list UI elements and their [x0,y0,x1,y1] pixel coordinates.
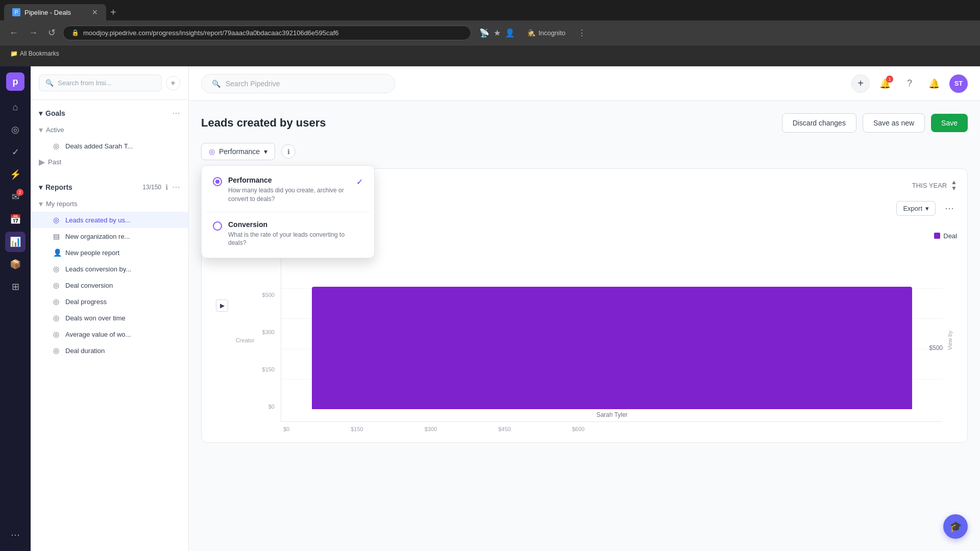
chart-bars: $500 [281,259,943,409]
active-header[interactable]: ▾ Active [31,122,188,138]
dropdown-divider [206,212,370,212]
goals-title: ▾ Goals [39,109,65,117]
performance-dropdown-button[interactable]: ◎ Performance ▾ [201,143,275,160]
performance-check-icon: ✓ [356,177,363,187]
cast-icon[interactable]: 📡 [479,28,489,38]
more-options-button[interactable]: ⋯ [942,199,957,217]
time-down-button[interactable]: ▼ [951,185,957,191]
report-header-actions: Discard changes Save as new Save [782,113,968,133]
bookmark-icon[interactable]: ★ [494,28,501,38]
report-area: Leads created by users Discard changes S… [189,101,980,551]
new-tab-button[interactable]: + [106,5,120,20]
sidebar-item-deal-progress[interactable]: ◎ Deal progress [31,293,188,310]
chart-toolbar: ◎ Performance ▾ ℹ Performance How many l… [201,143,968,160]
tab-close-button[interactable]: ✕ [92,8,98,16]
view-by-label[interactable]: View by [947,331,953,350]
chevron-down-icon: ▾ [39,109,42,117]
sidebar-item-deals-added[interactable]: ◎ Deals added Sarah T... [31,138,188,154]
sidebar-item-leads-created[interactable]: ◎ Leads created by us... [31,212,188,228]
profile-icon[interactable]: 👤 [505,28,515,38]
x-labels: Sarah Tyler [281,409,943,418]
sidebar-header: 🔍 Search from Insi... + [31,66,188,100]
y-label-300: $300 [253,329,275,335]
add-icon-button[interactable]: + [851,74,870,93]
sidebar-item-new-people[interactable]: 👤 My reports New people report [31,244,188,261]
sidebar-item-avg-value[interactable]: ◎ Average value of wo... [31,326,188,342]
sidebar-item-deal-conversion[interactable]: ◎ Deal conversion [31,277,188,293]
nav-icon-insights[interactable]: 📊 [5,232,26,252]
x-axis-values: $0 $150 $300 $450 $600 [212,422,957,432]
nav-icon-analytics[interactable]: ⊞ [5,277,26,297]
help-button[interactable]: ? [900,74,919,93]
menu-icon[interactable]: ⋮ [578,28,586,38]
save-button[interactable]: Save [931,114,968,132]
time-selector: THIS YEAR ▲ ▼ [912,179,957,191]
notifications-button[interactable]: 🔔 1 [876,74,894,93]
nav-icon-calendar[interactable]: 📅 [5,209,26,230]
sidebar-item-new-org[interactable]: ▤ New organization re... [31,228,188,244]
dropdown-item-performance[interactable]: Performance How many leads did you creat… [206,170,370,210]
dropdown-item-conversion[interactable]: Conversion What is the rate of your lead… [206,214,370,254]
nav-icon-mail[interactable]: ✉ 2 [5,187,26,207]
avatar[interactable]: ST [949,74,968,93]
reports-section-header[interactable]: ▾ Reports 13/150 ℹ ⋯ [31,178,188,196]
top-bar-actions: + 🔔 1 ? 🔔 ST [851,74,968,93]
help-fab-button[interactable]: 🎓 [943,514,968,539]
reports-title: ▾ Reports [39,183,72,191]
my-reports-chevron-icon: ▾ [39,199,43,209]
sidebar-item-leads-conversion[interactable]: ◎ Leads conversion by... [31,261,188,277]
axis-toggle-button[interactable]: ▶ [216,299,228,312]
nav-icon-more[interactable]: ⋯ [5,524,26,545]
x-axis-label: Creator [236,337,255,343]
nav-icon-leads[interactable]: ⚡ [5,164,26,185]
y-label-0b: $0 [253,404,275,410]
new-org-icon: ▤ [53,232,61,240]
sidebar-item-deals-won[interactable]: ◎ Deals won over time [31,310,188,326]
chart-area: $500 $300 $150 $0 [253,259,943,422]
performance-radio [213,177,222,186]
nav-icon-activities[interactable]: ✓ [5,142,26,162]
deal-duration-icon: ◎ [53,346,61,355]
discard-changes-button[interactable]: Discard changes [782,113,856,133]
sidebar-search[interactable]: 🔍 Search from Insi... [39,74,162,91]
url-text: moodjoy.pipedrive.com/progress/insights/… [83,29,339,37]
reports-actions: 13/150 ℹ ⋯ [142,182,180,192]
chart-info-button[interactable]: ℹ [281,144,296,159]
nav-icon-home[interactable]: ⌂ [5,97,26,117]
bell-button[interactable]: 🔔 [925,74,943,93]
sidebar-content: ▾ Goals ⋯ ▾ Active ◎ Deals added Sarah T… [31,100,188,551]
reload-button[interactable]: ↺ [45,25,59,40]
conversion-desc: What is the rate of your leads convertin… [228,231,363,248]
nav-icon-deals[interactable]: ◎ [5,119,26,140]
save-as-new-button[interactable]: Save as new [863,113,925,133]
chart-bar-sarah[interactable]: $500 [312,287,912,409]
nav-icon-products[interactable]: 📦 [5,254,26,274]
forward-button[interactable]: → [26,26,41,40]
new-people-icon: 👤 [53,248,61,257]
sidebar-add-button[interactable]: + [166,76,180,90]
reports-more-button[interactable]: ⋯ [172,182,180,192]
goals-section-header[interactable]: ▾ Goals ⋯ [31,104,188,122]
view-by-container: View by [943,259,957,422]
bookmarks-item[interactable]: 📁 All Bookmarks [6,49,63,58]
past-header[interactable]: ▶ Past [31,154,188,170]
deals-icon: ◎ [53,142,61,150]
tab-favicon: P [12,8,20,16]
export-button[interactable]: Export ▾ [896,201,936,216]
sidebar-item-deal-duration[interactable]: ◎ Deal duration [31,342,188,359]
my-reports-header[interactable]: ▾ My reports [31,196,188,212]
notification-badge: 1 [886,76,893,83]
goals-more-button[interactable]: ⋯ [172,108,180,118]
browser-tab[interactable]: P Pipeline - Deals ✕ [4,4,106,20]
address-bar[interactable]: 🔒 moodjoy.pipedrive.com/progress/insight… [63,26,471,40]
performance-dropdown-menu: Performance How many leads did you creat… [201,165,375,258]
leads-conversion-icon: ◎ [53,265,61,273]
legend-dot [934,233,940,239]
global-search[interactable]: 🔍 Search Pipedrive [201,74,395,93]
reports-info-icon[interactable]: ℹ [165,183,168,191]
global-search-icon: 🔍 [212,80,220,88]
back-button[interactable]: ← [6,26,21,40]
x-label-sarah: Sarah Tyler [312,411,912,418]
main-content: 🔍 Search Pipedrive + 🔔 1 ? 🔔 ST Leads cr… [189,66,980,551]
app-logo[interactable]: p [6,72,24,91]
